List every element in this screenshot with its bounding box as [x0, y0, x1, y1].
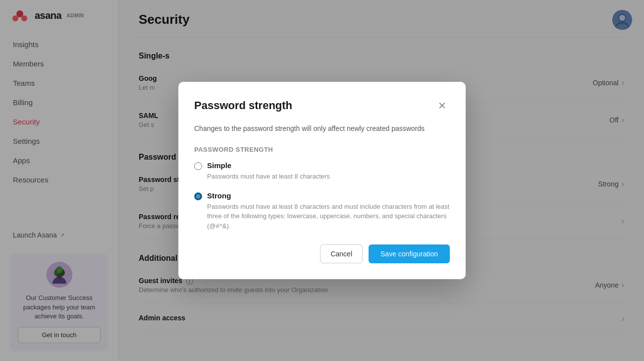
password-strength-modal: Password strength ✕ Changes to the passw…	[178, 82, 466, 279]
cancel-button[interactable]: Cancel	[320, 244, 363, 263]
simple-option[interactable]: Simple Passwords must have at least 8 ch…	[194, 161, 450, 181]
simple-desc: Passwords must have at least 8 character…	[207, 172, 330, 181]
modal-header: Password strength ✕	[194, 98, 450, 114]
strong-option[interactable]: Strong Passwords must have at least 8 ch…	[194, 191, 450, 231]
strong-desc: Passwords must have at least 8 character…	[207, 202, 450, 231]
simple-option-content: Simple Passwords must have at least 8 ch…	[207, 161, 330, 181]
simple-radio[interactable]	[194, 162, 202, 170]
modal-overlay: Password strength ✕ Changes to the passw…	[0, 0, 644, 361]
simple-label: Simple	[207, 161, 330, 170]
close-icon: ✕	[438, 100, 446, 112]
save-configuration-button[interactable]: Save configuration	[369, 244, 450, 263]
modal-info-text: Changes to the password strength will on…	[194, 123, 450, 134]
modal-title: Password strength	[194, 99, 292, 112]
modal-footer: Cancel Save configuration	[194, 244, 450, 263]
modal-close-button[interactable]: ✕	[434, 98, 450, 114]
strong-radio[interactable]	[194, 192, 202, 200]
strong-option-content: Strong Passwords must have at least 8 ch…	[207, 191, 450, 231]
modal-section-label: Password strength	[194, 146, 450, 153]
strong-label: Strong	[207, 191, 450, 200]
